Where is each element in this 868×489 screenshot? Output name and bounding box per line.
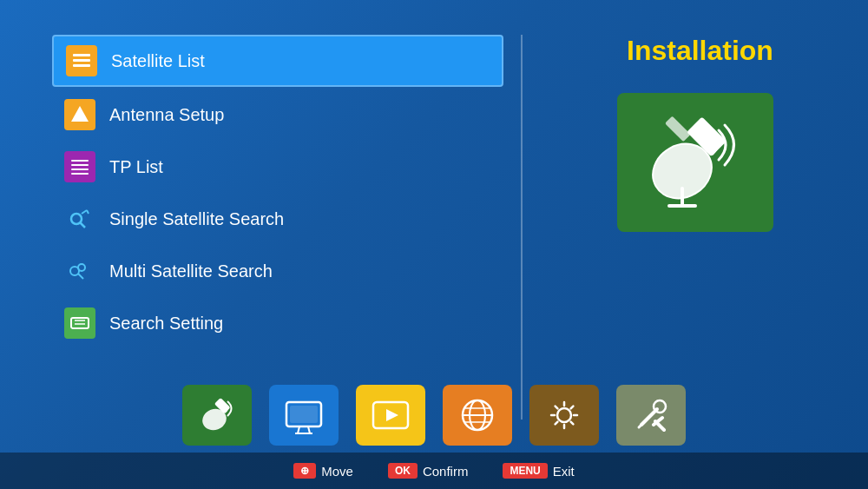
search-setting-label: Search Setting bbox=[109, 314, 223, 334]
divider bbox=[521, 35, 523, 420]
confirm-label: Confirm bbox=[423, 464, 469, 479]
svg-point-13 bbox=[78, 264, 85, 271]
svg-rect-6 bbox=[71, 169, 89, 170]
exit-label: Exit bbox=[553, 464, 575, 479]
tp-list-icon bbox=[64, 151, 95, 182]
hint-exit: MENU Exit bbox=[503, 463, 574, 479]
svg-rect-30 bbox=[290, 406, 318, 423]
search-setting-icon bbox=[64, 307, 95, 339]
menu-item-antenna-setup[interactable]: Antenna Setup bbox=[52, 90, 503, 139]
right-panel: Installation bbox=[540, 35, 816, 420]
multi-search-icon bbox=[64, 255, 95, 287]
svg-rect-7 bbox=[71, 173, 89, 175]
dock-tools-button[interactable] bbox=[616, 385, 686, 446]
satellite-list-icon bbox=[66, 45, 97, 76]
svg-line-41 bbox=[639, 424, 642, 427]
svg-line-14 bbox=[78, 274, 83, 279]
menu-item-multi-satellite-search[interactable]: Multi Satellite Search bbox=[52, 247, 503, 295]
dock-tv-button[interactable] bbox=[269, 385, 339, 446]
multi-satellite-search-label: Multi Satellite Search bbox=[109, 261, 273, 281]
svg-point-38 bbox=[557, 408, 571, 422]
svg-rect-2 bbox=[73, 64, 90, 67]
svg-rect-1 bbox=[73, 59, 90, 62]
svg-line-10 bbox=[82, 210, 87, 214]
svg-rect-21 bbox=[665, 116, 691, 142]
svg-rect-0 bbox=[73, 54, 90, 56]
hint-move: ⊕ Move bbox=[293, 463, 353, 479]
antenna-icon bbox=[64, 99, 95, 130]
menu-panel: Satellite List Antenna Setup TP List bbox=[52, 35, 503, 420]
antenna-setup-label: Antenna Setup bbox=[109, 105, 224, 125]
svg-rect-15 bbox=[71, 318, 89, 328]
satellite-list-label: Satellite List bbox=[111, 51, 205, 71]
single-search-icon bbox=[64, 203, 95, 235]
installation-title: Installation bbox=[627, 35, 773, 67]
menu-item-single-satellite-search[interactable]: Single Satellite Search bbox=[52, 195, 503, 243]
single-satellite-search-label: Single Satellite Search bbox=[109, 209, 284, 229]
menu-badge: MENU bbox=[503, 463, 547, 479]
menu-item-satellite-list[interactable]: Satellite List bbox=[52, 35, 503, 87]
move-badge: ⊕ bbox=[293, 463, 316, 479]
dock-satellite-button[interactable] bbox=[182, 385, 252, 446]
move-label: Move bbox=[321, 464, 353, 479]
tp-list-label: TP List bbox=[109, 157, 163, 177]
bottom-dock bbox=[0, 385, 868, 446]
svg-marker-3 bbox=[71, 106, 89, 122]
hint-confirm: OK Confirm bbox=[388, 463, 469, 479]
dock-media-button[interactable] bbox=[356, 385, 425, 446]
bottom-bar: ⊕ Move OK Confirm MENU Exit bbox=[0, 453, 868, 489]
svg-rect-4 bbox=[71, 160, 89, 162]
dock-settings-button[interactable] bbox=[529, 385, 599, 446]
svg-point-40 bbox=[654, 400, 666, 413]
svg-marker-32 bbox=[386, 409, 398, 421]
ok-badge: OK bbox=[388, 463, 418, 479]
menu-item-tp-list[interactable]: TP List bbox=[52, 142, 503, 191]
dock-globe-button[interactable] bbox=[443, 385, 512, 446]
svg-line-11 bbox=[87, 210, 89, 214]
satellite-preview-box bbox=[617, 93, 773, 232]
svg-line-9 bbox=[80, 222, 85, 228]
menu-item-search-setting[interactable]: Search Setting bbox=[52, 299, 503, 347]
svg-rect-5 bbox=[71, 164, 89, 166]
